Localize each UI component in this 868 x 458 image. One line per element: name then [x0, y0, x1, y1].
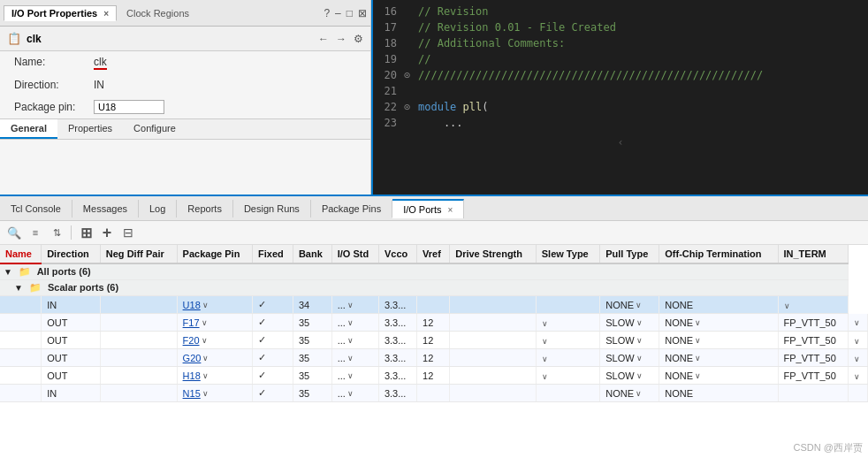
scalar-ports-count: (6) — [107, 282, 118, 293]
tab-messages[interactable]: Messages — [72, 200, 139, 218]
settings-icon[interactable]: ⚙ — [354, 33, 363, 45]
tab-clock-regions[interactable]: Clock Regions — [118, 5, 197, 21]
col-in-term[interactable]: IN_TERM — [778, 245, 848, 263]
all-ports-label: All ports — [37, 266, 77, 277]
io-ports-table-container[interactable]: Name Direction Neg Diff Pair Package Pin… — [0, 245, 868, 458]
sub-tab-general[interactable]: General — [0, 119, 57, 139]
tab-design-runs[interactable]: Design Runs — [233, 200, 311, 218]
col-name[interactable]: Name — [0, 245, 42, 263]
row1-iostd: 3.3... — [378, 296, 416, 314]
row2-offchip: FP_VTT_50 — [778, 314, 848, 332]
collapse-all-button[interactable]: ≡ — [27, 224, 44, 241]
row2-bank: 35 — [293, 314, 331, 332]
bottom-panel: Tcl Console Messages Log Reports Design … — [0, 195, 868, 458]
tab-reports[interactable]: Reports — [177, 200, 233, 218]
horizontal-scroll[interactable]: ‹ — [373, 134, 868, 150]
direction-property-row: Direction: IN — [0, 74, 370, 95]
properties-scroll-area[interactable]: Name: clk Direction: IN Package pin: Gen… — [0, 51, 370, 195]
package-pin-label: Package pin: — [14, 101, 94, 113]
table-row[interactable]: OUT F17 ∨ ✓ 35 ... ∨ — [0, 314, 868, 332]
code-line-18: 18 // Additional Comments: — [373, 35, 868, 51]
tab-io-port-properties[interactable]: I/O Port Properties × — [4, 5, 117, 21]
row2-interm: ∨ — [848, 314, 867, 332]
code-line-23: 23 ... — [373, 115, 868, 131]
tab-io-port-close[interactable]: × — [103, 9, 109, 19]
scalar-ports-cell[interactable]: ▼ 📁 Scalar ports (6) — [0, 280, 848, 296]
port-header: 📋 clk ← → ⚙ — [0, 27, 370, 51]
tab-package-pins[interactable]: Package Pins — [311, 200, 392, 218]
tab-io-port-label: I/O Port Properties — [11, 8, 97, 19]
col-pull-type[interactable]: Pull Type — [600, 245, 659, 263]
scalar-ports-label: Scalar ports — [48, 282, 104, 293]
table-row[interactable]: OUT G20 ∨ ✓ 35 ... ∨ — [0, 349, 868, 367]
col-neg-diff-pair[interactable]: Neg Diff Pair — [100, 245, 177, 263]
group-all-ports: ▼ 📁 All ports (6) — [0, 263, 868, 280]
forward-arrow-icon[interactable]: → — [336, 33, 346, 45]
all-ports-count: (6) — [79, 266, 90, 277]
bank-extra-arrow-1[interactable]: ∨ — [347, 301, 354, 309]
sub-tab-configure[interactable]: Configure — [123, 119, 187, 139]
col-direction[interactable]: Direction — [42, 245, 101, 263]
io-ports-toolbar: 🔍 ≡ ⇅ ⊞ + ⊟ — [0, 221, 868, 245]
row2-iostd: 3.3... — [378, 314, 416, 332]
close-icon[interactable]: ⊠ — [358, 7, 367, 19]
row1-direction: IN — [42, 296, 101, 314]
row1-package-pin: U18 ∨ — [177, 296, 252, 314]
code-line-20: 20 ⊙ ///////////////////////////////////… — [373, 67, 868, 83]
row1-neg-diff — [100, 296, 177, 314]
delete-button[interactable]: ⊟ — [119, 224, 137, 241]
back-arrow-icon[interactable]: ← — [318, 33, 329, 45]
expand-collapse-button[interactable]: ⇅ — [48, 224, 65, 241]
port-nav-icons: ← → ⚙ — [318, 33, 363, 45]
help-icon[interactable]: ? — [324, 7, 330, 19]
maximize-icon[interactable]: □ — [346, 7, 353, 19]
expand-all-ports-icon[interactable]: ▼ — [4, 267, 12, 277]
name-label: Name: — [14, 56, 94, 68]
package-pin-arrow-1[interactable]: ∨ — [202, 301, 209, 309]
package-pin-input[interactable] — [94, 100, 164, 114]
code-line-17: 17 // Revision 0.01 - File Created — [373, 19, 868, 35]
sub-tab-bar: General Properties Configure — [0, 118, 370, 140]
col-io-std[interactable]: I/O Std — [331, 245, 378, 263]
table-row[interactable]: OUT H18 ∨ ✓ 35 ... ∨ — [0, 367, 868, 385]
row2-name — [0, 314, 42, 332]
code-line-22: 22 ⊙ module pll( — [373, 99, 868, 115]
col-vcco[interactable]: Vcco — [378, 245, 416, 263]
col-package-pin[interactable]: Package Pin — [177, 245, 252, 263]
interm-arrow-1[interactable]: ∨ — [784, 302, 790, 310]
slew-arrow-1[interactable]: ∨ — [636, 301, 642, 309]
window-controls: ? – □ ⊠ — [324, 7, 367, 19]
add-port-button[interactable]: + — [98, 224, 116, 241]
table-row[interactable]: IN U18 ∨ ✓ 34 ... ∨ — [0, 296, 868, 314]
search-button[interactable]: 🔍 — [5, 224, 23, 241]
row1-pull: NONE — [659, 296, 778, 314]
port-name: clk — [27, 33, 318, 45]
row2-slew: SLOW ∨ — [600, 314, 659, 332]
minimize-icon[interactable]: – — [335, 7, 341, 19]
col-offchip-termination[interactable]: Off-Chip Termination — [659, 245, 778, 263]
tab-io-ports[interactable]: I/O Ports × — [392, 199, 464, 218]
expand-scalar-ports-icon[interactable]: ▼ — [14, 283, 23, 293]
col-fixed[interactable]: Fixed — [253, 245, 293, 263]
col-bank[interactable]: Bank — [293, 245, 331, 263]
add-port-vector-button[interactable]: ⊞ — [77, 224, 95, 241]
package-pin-arrow-2[interactable]: ∨ — [202, 318, 208, 327]
col-vref[interactable]: Vref — [417, 245, 450, 263]
tab-log[interactable]: Log — [139, 200, 177, 218]
row1-vcco — [417, 296, 450, 314]
tab-io-ports-close[interactable]: × — [448, 205, 453, 215]
table-row[interactable]: IN N15 ∨ ✓ 35 ... ∨ — [0, 385, 868, 402]
row2-neg-diff — [100, 314, 177, 332]
row1-drive — [536, 296, 599, 314]
tab-tcl-console[interactable]: Tcl Console — [0, 200, 72, 218]
row2-direction: OUT — [42, 314, 101, 332]
sub-tab-properties[interactable]: Properties — [57, 119, 123, 139]
all-ports-cell[interactable]: ▼ 📁 All ports (6) — [0, 263, 848, 280]
col-slew-type[interactable]: Slew Type — [536, 245, 599, 263]
io-port-properties-panel: I/O Port Properties × Clock Regions ? – … — [0, 0, 371, 195]
watermark: CSDN @西岸贾 — [794, 441, 863, 454]
col-drive-strength[interactable]: Drive Strength — [450, 245, 537, 263]
table-row[interactable]: OUT F20 ∨ ✓ 35 ... ∨ — [0, 332, 868, 349]
code-line-21: 21 — [373, 83, 868, 99]
package-pin-property-row: Package pin: — [0, 95, 370, 118]
